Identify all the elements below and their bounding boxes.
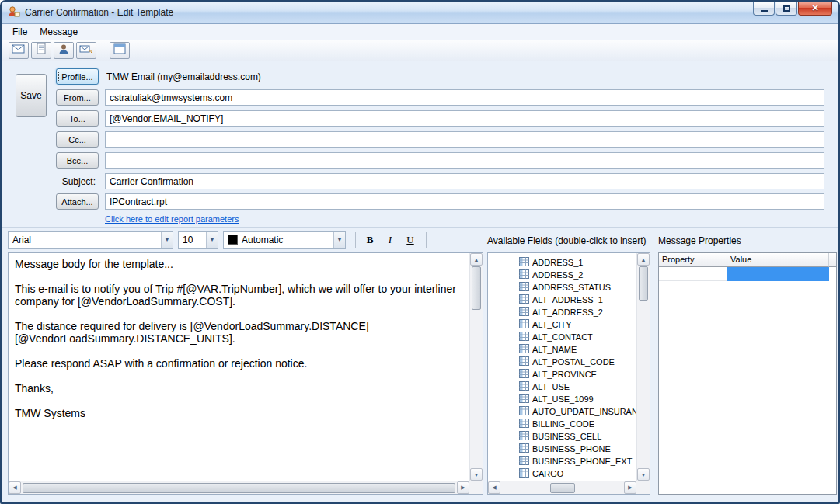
field-list-item[interactable]: ALT_CITY: [519, 318, 636, 331]
contacts-button[interactable]: [54, 42, 74, 59]
field-icon: [519, 468, 529, 480]
field-list-item[interactable]: ALT_USE: [519, 381, 636, 393]
field-list-item[interactable]: AUTO_UPDATE_INSURANCE: [519, 405, 636, 418]
field-name: BUSINESS_PHONE_EXT: [532, 457, 632, 466]
bcc-button[interactable]: Bcc...: [56, 152, 99, 169]
send-mail-button[interactable]: [76, 42, 96, 59]
field-list-item[interactable]: ADDRESS_2: [519, 269, 636, 281]
field-name: ALT_ADDRESS_2: [532, 308, 603, 317]
property-column-header[interactable]: Property: [659, 253, 727, 267]
editor-vertical-scrollbar[interactable]: ▲ ▼: [469, 253, 483, 481]
field-icon: [519, 394, 529, 405]
field-list-item[interactable]: ALT_USE_1099: [519, 393, 636, 405]
to-input[interactable]: [105, 110, 824, 127]
field-icon: [519, 319, 529, 331]
value-column-header[interactable]: Value: [727, 253, 829, 267]
field-list-item[interactable]: BUSINESS_PHONE: [519, 443, 636, 455]
scrollbar-thumb[interactable]: [472, 266, 481, 310]
scrollbar-thumb[interactable]: [639, 266, 648, 301]
underline-button[interactable]: U: [401, 231, 420, 249]
menu-file[interactable]: File: [6, 25, 33, 39]
app-window: Carrier Confirmation - Edit Template ✕ F…: [0, 0, 840, 504]
titlebar: Carrier Confirmation - Edit Template ✕: [2, 2, 838, 24]
field-name: BUSINESS_PHONE: [532, 444, 611, 454]
scroll-right-icon[interactable]: ▶: [624, 481, 636, 494]
format-separator: [426, 232, 427, 248]
formatting-toolbar: Arial ▼ 10 ▼ Automatic ▼ B I U Available…: [2, 228, 838, 251]
scrollbar-thumb[interactable]: [550, 483, 575, 493]
close-button[interactable]: ✕: [798, 2, 832, 16]
maximize-button[interactable]: [776, 2, 797, 16]
subject-input[interactable]: [105, 173, 824, 189]
property-cell[interactable]: [659, 267, 727, 281]
scroll-down-icon[interactable]: ▼: [470, 468, 483, 481]
field-list-item[interactable]: ADDRESS_1: [519, 256, 636, 269]
field-icon: [519, 257, 529, 269]
field-list-item[interactable]: ALT_CONTACT: [519, 331, 636, 343]
scrollbar-corner: [636, 481, 650, 494]
field-name: BUSINESS_CELL: [532, 432, 601, 441]
attachment-input[interactable]: [105, 193, 824, 210]
field-icon: [519, 356, 529, 368]
field-list-item[interactable]: BUSINESS_CELL: [519, 430, 636, 443]
field-name: ALT_CONTACT: [532, 332, 593, 342]
field-list-item[interactable]: ADDRESS_STATUS: [519, 281, 636, 294]
field-icon: [519, 381, 529, 393]
scroll-up-icon[interactable]: ▲: [637, 253, 650, 266]
editor-horizontal-scrollbar[interactable]: ◀ ▶: [9, 481, 469, 494]
scrollbar-thumb[interactable]: [23, 483, 455, 493]
cc-input[interactable]: [105, 131, 824, 148]
field-icon: [519, 282, 529, 294]
from-button[interactable]: From...: [56, 89, 99, 106]
field-icon: [519, 332, 529, 343]
fields-vertical-scrollbar[interactable]: ▲ ▼: [636, 253, 650, 481]
font-color-select[interactable]: Automatic ▼: [223, 231, 346, 249]
available-fields-title: Available Fields (double-click to insert…: [487, 235, 647, 246]
profile-button[interactable]: Profile...: [56, 68, 99, 85]
field-list-item[interactable]: BUSINESS_PHONE_EXT: [519, 455, 636, 468]
field-list-item[interactable]: BILLING_CODE: [519, 418, 636, 430]
scroll-left-icon[interactable]: ◀: [488, 481, 500, 494]
subject-row: Subject:: [56, 173, 824, 189]
document-button[interactable]: [31, 42, 51, 59]
font-size-value: 10: [179, 235, 206, 245]
field-list-item[interactable]: ALT_ADDRESS_2: [519, 306, 636, 318]
message-body-editor[interactable]: Message body for the template... This e-…: [8, 252, 483, 495]
attach-button[interactable]: Attach...: [56, 193, 99, 210]
font-size-select[interactable]: 10 ▼: [178, 231, 218, 249]
cc-button[interactable]: Cc...: [56, 131, 99, 148]
fields-horizontal-scrollbar[interactable]: ◀ ▶: [488, 481, 636, 494]
field-list-item[interactable]: ALT_NAME: [519, 343, 636, 356]
menu-message[interactable]: Message: [33, 25, 84, 39]
scroll-left-icon[interactable]: ◀: [9, 481, 21, 494]
to-button[interactable]: To...: [56, 110, 99, 127]
bold-button[interactable]: B: [361, 231, 379, 249]
italic-button[interactable]: I: [381, 231, 399, 249]
new-message-button[interactable]: [9, 42, 29, 59]
field-icon: [519, 431, 529, 443]
field-list-item[interactable]: ALT_PROVINCE: [519, 368, 636, 381]
toolbar-separator: [103, 43, 103, 57]
field-list-item[interactable]: CARGO: [519, 468, 636, 480]
property-row: [659, 267, 836, 281]
scroll-up-icon[interactable]: ▲: [470, 253, 483, 266]
save-button[interactable]: Save: [16, 74, 47, 117]
preview-window-button[interactable]: [110, 42, 130, 59]
edit-report-parameters-link[interactable]: Click here to edit report parameters: [105, 214, 239, 224]
scroll-right-icon[interactable]: ▶: [457, 481, 469, 494]
bcc-input[interactable]: [105, 152, 824, 169]
attach-row: Attach...: [56, 193, 824, 210]
main-content: Message body for the template... This e-…: [2, 251, 838, 502]
field-list-item[interactable]: ALT_POSTAL_CODE: [519, 356, 636, 368]
color-swatch-icon: [228, 235, 238, 245]
field-list-item[interactable]: ALT_ADDRESS_1: [519, 294, 636, 306]
preview-window-icon: [113, 43, 126, 57]
minimize-button[interactable]: [753, 2, 775, 16]
from-input[interactable]: [105, 89, 824, 106]
document-icon: [36, 43, 47, 57]
font-family-value: Arial: [9, 235, 161, 245]
field-name: ADDRESS_2: [532, 270, 583, 280]
font-family-select[interactable]: Arial ▼: [8, 231, 173, 249]
scroll-down-icon[interactable]: ▼: [637, 468, 650, 481]
selected-value-cell[interactable]: [727, 267, 829, 281]
